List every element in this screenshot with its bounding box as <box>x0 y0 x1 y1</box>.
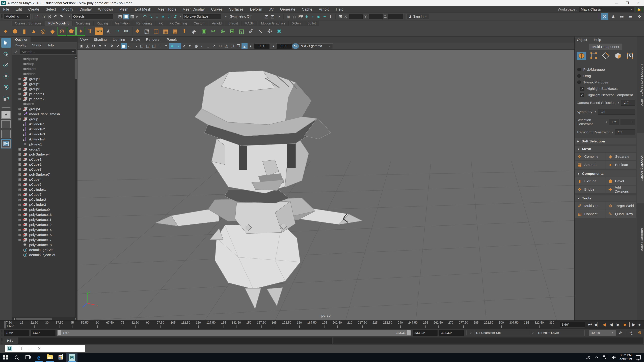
combine-icon[interactable]: ❖ <box>133 27 142 36</box>
select-component-icon[interactable]: ▥ <box>129 14 135 19</box>
extrude-icon[interactable]: ⬆ <box>180 27 189 36</box>
menu-item[interactable]: Mesh Display <box>179 7 208 11</box>
range-slider-track[interactable]: 1.67 333.33 <box>57 330 411 336</box>
expand-toggle-icon[interactable]: ⊞ <box>17 162 22 166</box>
outliner-item[interactable]: ⊞ polySurface4 <box>12 152 77 157</box>
lock-camera-icon[interactable]: ◬ <box>84 43 90 49</box>
connect-button[interactable]: ▧Connect <box>575 210 606 218</box>
poly-cylinder-icon[interactable]: ▮ <box>20 27 29 36</box>
render-view-icon[interactable]: ▦ <box>286 14 292 19</box>
checkbox-option[interactable]: ✓ Highlight Backfaces <box>574 85 637 92</box>
playback-end-field[interactable]: 333.33* <box>412 330 438 336</box>
toolkit-menu-item[interactable]: Help <box>594 38 601 42</box>
current-frame-field[interactable]: 1.66* <box>560 322 585 328</box>
svg-tool-icon[interactable]: SVG <box>95 27 103 35</box>
edit-pivot-icon[interactable]: ✣ <box>265 27 274 36</box>
select-camera-icon[interactable]: ▣ <box>78 43 84 49</box>
outliner-item[interactable]: ⊞ top <box>12 61 77 66</box>
select-hierarchy-icon[interactable]: ▤ <box>117 14 123 19</box>
grid-toggle-icon[interactable]: ▦ <box>121 43 127 49</box>
outliner-item[interactable]: ⊞ defaultObjectSet <box>12 252 77 257</box>
expand-toggle-icon[interactable]: ⊞ <box>17 92 22 96</box>
outliner-item[interactable]: ⊞ polySurface15 <box>12 232 77 237</box>
expand-toggle-icon[interactable]: ⊞ <box>17 238 22 242</box>
viewport-menu-item[interactable]: View <box>78 37 90 41</box>
gamma-icon[interactable]: ◑ <box>270 43 276 49</box>
menu-item[interactable]: Modify <box>59 7 76 11</box>
viewport-menu-item[interactable]: Panels <box>164 37 180 41</box>
people-tray-icon[interactable] <box>585 353 592 362</box>
multi-component-button[interactable]: Multi-Component <box>589 43 622 50</box>
search-button[interactable] <box>11 353 22 362</box>
selection-constraint-row[interactable]: Selection Constraint▼ Off 0 <box>574 116 637 128</box>
anim-layer-dropdown[interactable]: No Anim Layer <box>536 330 585 336</box>
expand-toggle-icon[interactable]: ⊞ <box>17 167 22 171</box>
x-input[interactable] <box>349 14 364 19</box>
select-object-icon[interactable]: ▣ <box>123 14 129 19</box>
wireframe-icon[interactable]: ◇ <box>163 43 169 49</box>
outliner-item[interactable]: ⊞ side <box>12 71 77 76</box>
render-current-frame-icon[interactable]: ▢ <box>292 14 298 19</box>
outliner-item[interactable]: ⊞ pCube4 <box>12 177 77 182</box>
outliner-item[interactable]: ⊞ pSphere1 <box>12 91 77 96</box>
radio-option[interactable]: Tweak/Marquee <box>574 79 637 85</box>
snap-point-icon[interactable]: ◌ <box>154 14 160 19</box>
expand-toggle-icon[interactable]: ⊞ <box>17 218 22 222</box>
expand-toggle-icon[interactable]: ⊞ <box>17 97 22 101</box>
sequence-time-icon[interactable]: ◔ <box>113 27 122 36</box>
expand-toggle-icon[interactable]: ⊞ <box>17 198 22 202</box>
live-surface-field[interactable]: No Live Surface <box>182 14 221 19</box>
open-scene-icon[interactable]: ◻ <box>40 14 46 19</box>
shadows-icon[interactable]: ◘ <box>187 43 193 49</box>
menu-set-dropdown[interactable]: Modeling▼ <box>4 14 30 19</box>
menu-item[interactable]: Deform <box>247 7 265 11</box>
four-pane-layout-button[interactable] <box>1 120 11 128</box>
channel-box-toggle-icon[interactable]: ☷ <box>618 13 626 20</box>
range-end-handle[interactable] <box>407 330 410 335</box>
symmetry-row[interactable]: Symmetry▼ Off <box>574 107 637 116</box>
construction-history-icon[interactable]: ◔ <box>276 14 282 19</box>
scroll-left-icon[interactable]: ◀ <box>12 318 16 320</box>
outliner-item[interactable]: ⊞ pCylinder3 <box>12 202 77 207</box>
expand-toggle-icon[interactable]: ⊞ <box>17 107 22 111</box>
camera-based-selection-row[interactable]: Camera Based Selection▼ Off <box>574 98 637 107</box>
rotate-tool[interactable] <box>1 82 11 92</box>
taskbar-clock[interactable]: 3:22 PM 4/3/2019 <box>618 353 633 361</box>
new-scene-icon[interactable]: 🗋 <box>34 14 40 19</box>
go-to-start-button[interactable]: ⏮ <box>587 321 593 328</box>
divider[interactable] <box>198 27 199 35</box>
outliner-item[interactable]: ⊞ model_dark_smash <box>12 112 77 117</box>
expand-toggle-icon[interactable]: ⊞ <box>17 87 22 91</box>
outliner-item[interactable]: ⊞ group4 <box>12 107 77 112</box>
outliner-item[interactable]: ⊞ persp <box>12 56 77 61</box>
face-mode-icon[interactable] <box>613 52 623 60</box>
close-button[interactable]: ✕ <box>633 0 644 6</box>
edge-mode-icon[interactable] <box>601 52 611 60</box>
right-tab[interactable]: Modeling Toolkit <box>637 133 644 203</box>
command-input[interactable] <box>18 338 332 344</box>
viewport-menu-item[interactable]: Renderer <box>143 37 163 41</box>
animation-start-field[interactable]: 1.66* <box>4 330 29 336</box>
expand-toggle-icon[interactable]: ⊞ <box>17 112 22 116</box>
exposure-icon[interactable]: ◐ <box>248 43 254 49</box>
viewport-menu-item[interactable]: Shading <box>91 37 109 41</box>
bevel-icon[interactable]: ◈ <box>189 27 198 36</box>
shelf-tab[interactable]: Arnold <box>209 21 225 26</box>
shelf-tab[interactable]: Rigging <box>94 21 111 26</box>
separate-icon[interactable]: ▧ <box>142 27 151 36</box>
symmetrize-icon[interactable]: ✖ <box>274 27 284 36</box>
selection-mask-dropdown[interactable]: Objects <box>72 14 113 19</box>
snap-grid-icon[interactable]: ◠ <box>142 14 148 19</box>
scale-tool[interactable] <box>1 93 11 103</box>
y-input[interactable] <box>368 14 383 19</box>
menu-item[interactable]: File <box>0 7 12 11</box>
shelf-tab[interactable]: Rendering <box>133 21 155 26</box>
crease-icon[interactable]: ◱ <box>237 27 246 36</box>
pause-viewport-icon[interactable]: ‖ <box>328 14 334 19</box>
xray-icon[interactable]: ◞ <box>205 43 211 49</box>
outliner-menu-item[interactable]: Help <box>46 43 54 47</box>
type-tool-icon[interactable]: T <box>86 27 94 36</box>
zero-transforms-icon[interactable]: 0,0,0 <box>122 27 132 36</box>
microsoft-store-taskbar-icon[interactable] <box>55 353 66 362</box>
lasso-tool[interactable] <box>1 49 11 59</box>
